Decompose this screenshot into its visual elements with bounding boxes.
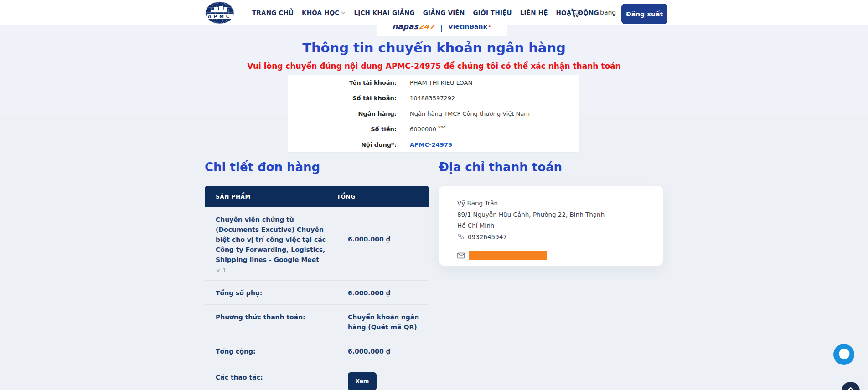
main-nav: TRANG CHỦ KHÓA HỌC LỊCH KHAI GIẢNG GIẢNG… [252, 0, 599, 25]
bank-row-account-number: Số tài khoản: 104883597292 [288, 90, 579, 106]
bank-row-account-name: Tên tài khoản: PHAM THI KIEU LOAN [288, 75, 579, 90]
nav-label: GIẢNG VIÊN [423, 9, 465, 16]
bank-label: Số tài khoản: [288, 95, 403, 102]
billing-email-row [457, 251, 645, 260]
nav-label: TRANG CHỦ [252, 9, 294, 16]
column-header-product: SẢN PHẨM [205, 194, 337, 200]
subtotal-row: Tổng số phụ: 6.000.000 ₫ [205, 281, 429, 305]
bank-row-transfer-content: Nội dung*: APMC-24975 [288, 137, 579, 152]
nav-trang-chu[interactable]: TRANG CHỦ [252, 9, 294, 16]
bank-value: Ngân hàng TMCP Công thương Việt Nam [403, 106, 579, 121]
bank-label: Số tiền: [288, 126, 403, 133]
bank-label: Tên tài khoản: [288, 79, 403, 86]
billing-address-title: Địa chỉ thanh toán [439, 160, 663, 174]
note-code: APMC-24975 [386, 62, 441, 71]
product-name: Chuyên viên chứng từ (Documents Excutive… [216, 215, 339, 265]
nav-gioi-thieu[interactable]: GIỚI THIỆU [473, 9, 512, 16]
bank-value: 6000000 vnđ [403, 121, 579, 137]
bank-row-amount: Số tiền: 6000000 vnđ [288, 121, 579, 137]
nav-label: LIÊN HỆ [520, 9, 548, 16]
nav-lien-he[interactable]: LIÊN HỆ [520, 9, 548, 16]
nav-label: KHÓA HỌC [302, 9, 339, 16]
column-header-total: TỔNG [337, 194, 429, 200]
nav-label: LỊCH KHAI GIẢNG [354, 9, 414, 16]
grand-total-row: Tổng cộng: 6.000.000 ₫ [205, 339, 429, 363]
chat-bubble-icon [833, 344, 854, 365]
bank-info-table: Tên tài khoản: PHAM THI KIEU LOAN Số tài… [288, 75, 579, 152]
billing-name: Vỹ Bằng Trần [457, 198, 645, 209]
phone-icon [457, 233, 464, 240]
strip-divider [441, 25, 442, 32]
nav-giang-vien[interactable]: GIẢNG VIÊN [423, 9, 465, 16]
billing-address-card: Vỹ Bằng Trần 89/1 Nguyễn Hữu Cảnh, Phườn… [439, 186, 663, 266]
note-prefix: Vui lòng chuyển đúng nội dung [247, 62, 385, 71]
order-details-title: Chi tiết đơn hàng [205, 160, 429, 174]
bank-label: Ngân hàng: [288, 110, 403, 117]
payment-networks-strip: napas247 VietinBank® [377, 25, 507, 36]
apmc-logo[interactable]: APMC [205, 1, 235, 24]
header: APMC TRANG CHỦ KHÓA HỌC LỊCH KHAI GIẢNG … [0, 0, 868, 25]
billing-city: Hồ Chí Minh [457, 220, 645, 231]
napas-logo: napas247 [392, 25, 434, 31]
billing-address-section: Địa chỉ thanh toán Vỹ Bằng Trần 89/1 Ngu… [439, 155, 663, 266]
product-row: Chuyên viên chứng từ (Documents Excutive… [205, 207, 429, 281]
email-redaction-block [469, 251, 547, 260]
product-total: 6.000.000 ₫ [348, 236, 390, 243]
bank-value-transfer-code: APMC-24975 [403, 137, 579, 152]
billing-street: 89/1 Nguyễn Hữu Cảnh, Phường 22, Bình Th… [457, 209, 645, 221]
bank-value: PHAM THI KIEU LOAN [403, 75, 579, 90]
globe-ship-logo-icon: APMC [205, 1, 235, 24]
nav-lich-khai-giang[interactable]: LỊCH KHAI GIẢNG [354, 9, 414, 16]
bank-label: Nội dung*: [288, 141, 403, 148]
chevron-down-icon [341, 11, 346, 14]
envelope-icon [457, 252, 465, 259]
bank-value: 104883597292 [403, 90, 579, 106]
product-quantity: × 1 [216, 267, 339, 274]
actions-row: Các thao tác: Xem [205, 363, 429, 390]
order-details-section: Chi tiết đơn hàng SẢN PHẨM TỔNG Chuyên v… [205, 155, 429, 390]
arrow-up-icon [847, 386, 854, 390]
lower-section-background [0, 114, 868, 390]
note-suffix: để chúng tôi có thể xác nhận thanh toán [441, 62, 620, 71]
payment-method-row: Phương thức thanh toán: Chuyển khoản ngâ… [205, 305, 429, 339]
svg-text:APMC: APMC [208, 14, 232, 19]
billing-phone[interactable]: 0932645947 [457, 231, 645, 243]
cart-icon[interactable] [570, 7, 581, 18]
nav-khoa-hoc[interactable]: KHÓA HỌC [302, 9, 346, 16]
phone-number: 0932645947 [468, 231, 507, 243]
order-table: SẢN PHẨM TỔNG Chuyên viên chứng từ (Docu… [205, 186, 429, 390]
currency-superscript: vnđ [438, 125, 446, 129]
bank-row-bank-name: Ngân hàng: Ngân hàng TMCP Công thương Vi… [288, 106, 579, 121]
payment-note: Vui lòng chuyển đúng nội dung APMC-24975… [0, 62, 868, 71]
view-order-button[interactable]: Xem [348, 372, 377, 390]
logout-button[interactable]: Đăng xuất [621, 4, 667, 24]
order-table-header: SẢN PHẨM TỔNG [205, 186, 429, 207]
chat-button[interactable] [833, 344, 854, 365]
nav-label: GIỚI THIỆU [473, 9, 512, 16]
page-title: Thông tin chuyển khoản ngân hàng [0, 40, 868, 56]
vietinbank-logo: VietinBank® [448, 25, 492, 30]
username-text[interactable]: bang [600, 9, 616, 16]
